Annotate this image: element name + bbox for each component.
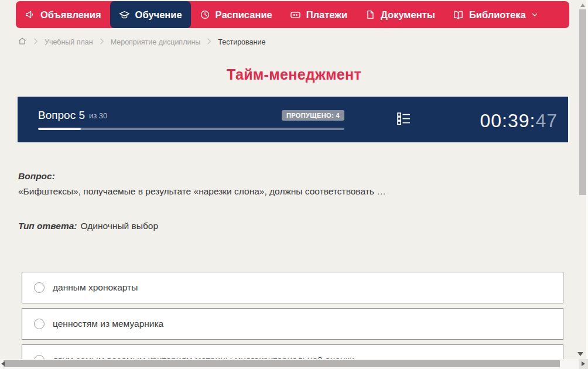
nav-item-learning[interactable]: Обучение bbox=[110, 1, 191, 28]
breadcrumb-discipline-event[interactable]: Мероприятие дисциплины bbox=[111, 38, 201, 46]
clock-icon bbox=[200, 9, 210, 20]
megaphone-icon bbox=[25, 9, 35, 20]
nav-item-label: Библиотека bbox=[469, 9, 526, 20]
breadcrumb-curriculum[interactable]: Учебный план bbox=[45, 38, 93, 46]
timer-seconds: 47 bbox=[535, 110, 558, 131]
scroll-down-arrow-icon[interactable] bbox=[577, 352, 583, 356]
nav-item-label: Документы bbox=[381, 9, 435, 20]
timer-main: 00:39: bbox=[480, 110, 535, 131]
scroll-left-arrow-icon[interactable] bbox=[1, 361, 5, 366]
question-list-icon bbox=[396, 111, 412, 129]
answer-option-label: ценностям из мемуарника bbox=[53, 319, 163, 329]
nav-item-label: Объявления bbox=[40, 9, 101, 20]
radio-button[interactable] bbox=[34, 282, 45, 293]
home-icon[interactable] bbox=[18, 36, 27, 47]
progress-bar bbox=[38, 128, 344, 130]
question-text: «Бифштексы», получаемые в результате «на… bbox=[18, 186, 557, 197]
question-list-button[interactable] bbox=[396, 111, 412, 129]
breadcrumb-chevron-icon bbox=[33, 38, 38, 46]
nav-item-label: Расписание bbox=[216, 9, 272, 20]
question-total: из 30 bbox=[89, 111, 107, 120]
breadcrumb-chevron-icon bbox=[207, 38, 211, 46]
skipped-badge: ПРОПУЩЕНО: 4 bbox=[282, 110, 344, 121]
nav-item-payments[interactable]: Платежи bbox=[281, 1, 356, 28]
lms-test-page: Объявления Обучение Расписание bbox=[0, 0, 588, 369]
radio-button[interactable] bbox=[34, 319, 45, 329]
progress-fill bbox=[38, 128, 81, 130]
nav-item-label: Обучение bbox=[135, 9, 182, 20]
horizontal-scrollbar-thumb[interactable] bbox=[4, 360, 560, 367]
vertical-scrollbar-thumb[interactable] bbox=[579, 9, 586, 195]
book-icon bbox=[453, 9, 464, 20]
breadcrumb-testing: Тестирование bbox=[218, 38, 265, 46]
answer-option-1[interactable]: данным хронокарты bbox=[22, 272, 563, 303]
timer: 00:39:47 bbox=[480, 110, 558, 132]
answer-type-row: Тип ответа:Одиночный выбор bbox=[18, 221, 158, 231]
document-icon bbox=[365, 9, 375, 20]
breadcrumb: Учебный план Мероприятие дисциплины Тест… bbox=[18, 36, 265, 47]
banknote-icon bbox=[290, 9, 301, 20]
question-header-panel: Вопрос 5 из 30 ПРОПУЩЕНО: 4 00:39:47 bbox=[18, 97, 568, 142]
scroll-right-arrow-icon[interactable] bbox=[582, 361, 585, 366]
breadcrumb-chevron-icon bbox=[100, 38, 104, 46]
answer-option-2[interactable]: ценностям из мемуарника bbox=[22, 308, 563, 340]
nav-item-announcements[interactable]: Объявления bbox=[16, 1, 110, 28]
nav-item-label: Платежи bbox=[306, 9, 347, 20]
answer-type-value: Одиночный выбор bbox=[81, 221, 159, 231]
chevron-down-icon bbox=[531, 11, 538, 18]
answer-option-label: данным хронокарты bbox=[53, 282, 138, 293]
graduation-cap-icon bbox=[119, 9, 130, 20]
answer-type-label: Тип ответа: bbox=[18, 221, 77, 231]
question-label: Вопрос: bbox=[18, 171, 55, 182]
question-progress-block: Вопрос 5 из 30 ПРОПУЩЕНО: 4 bbox=[38, 109, 344, 130]
main-navigation: Объявления Обучение Расписание bbox=[16, 1, 569, 28]
question-number: Вопрос 5 bbox=[38, 109, 85, 122]
scroll-up-arrow-icon[interactable] bbox=[580, 4, 585, 7]
page-title: Тайм-менеджмент bbox=[0, 66, 588, 83]
nav-item-documents[interactable]: Документы bbox=[356, 1, 444, 28]
nav-item-library[interactable]: Библиотека bbox=[444, 1, 547, 28]
nav-item-schedule[interactable]: Расписание bbox=[191, 1, 281, 28]
